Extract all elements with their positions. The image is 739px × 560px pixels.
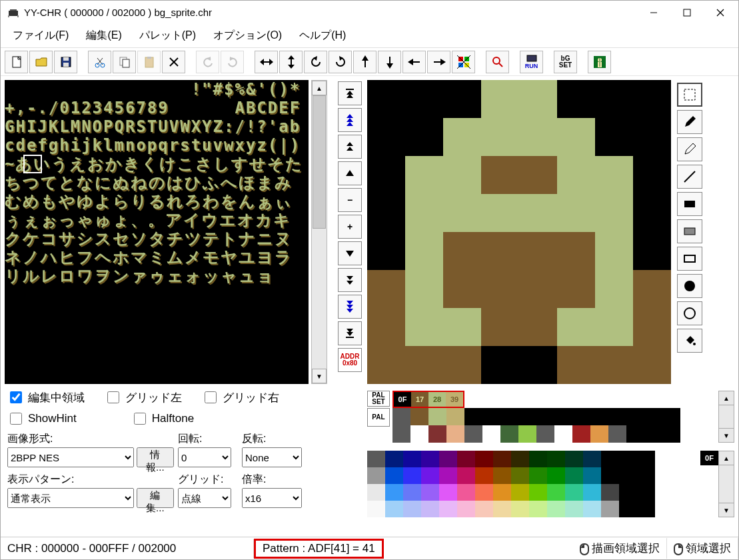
rotate-select[interactable]: 0: [178, 447, 231, 467]
flip-select[interactable]: None: [242, 447, 302, 467]
close-button[interactable]: [704, 2, 737, 23]
run-button[interactable]: RUN: [520, 51, 543, 73]
menu-file[interactable]: ファイル(F): [5, 26, 77, 45]
save-button[interactable]: [54, 51, 77, 73]
mirror-v-button[interactable]: [279, 51, 303, 73]
shift-up-button[interactable]: [353, 51, 376, 73]
format-info-button[interactable]: 情報...: [137, 447, 174, 467]
svg-rect-11: [63, 63, 69, 67]
pattern-select[interactable]: 通常表示: [7, 488, 134, 508]
shift-up3-button[interactable]: [338, 108, 362, 132]
exit-button[interactable]: [588, 51, 611, 73]
zoom-select[interactable]: x16: [242, 488, 302, 508]
menu-palette[interactable]: パレット(P): [131, 26, 204, 45]
pattern-edit-button[interactable]: 編集...: [137, 488, 174, 508]
scroll-thumb[interactable]: [313, 95, 326, 229]
shift-minus-button[interactable]: −: [338, 188, 362, 212]
new-button[interactable]: [5, 51, 28, 73]
mirror-h-button[interactable]: [255, 51, 278, 73]
tile-editor[interactable]: [367, 80, 671, 384]
mouse-right-icon: [674, 543, 683, 555]
menu-option[interactable]: オプション(O): [205, 26, 290, 45]
rect-tool[interactable]: [677, 247, 702, 271]
pattern-label: 表示パターン:: [7, 473, 174, 487]
fullpal-scroll-up-icon[interactable]: ▲: [718, 451, 734, 465]
full-palette-area: 0F ▲ ▼: [367, 451, 734, 517]
rotate-right-button[interactable]: [329, 51, 352, 73]
scroll-up-icon[interactable]: ▲: [312, 81, 327, 95]
palette-scrollbar[interactable]: ▲ ▼: [718, 391, 734, 443]
full-palette-grid[interactable]: [367, 451, 700, 517]
find-button[interactable]: [486, 51, 509, 73]
maximize-button[interactable]: [670, 2, 704, 23]
chr-scrollbar[interactable]: ▲ ▼: [311, 80, 327, 384]
workarea: !"#$%&'()*+,-./0123456789 ABCDEFGHIJKLMN…: [1, 76, 738, 537]
check-showhint[interactable]: ShowHint: [7, 411, 77, 427]
redo-button[interactable]: [221, 51, 244, 73]
undo-button[interactable]: [196, 51, 219, 73]
fill-oval-tool[interactable]: [677, 274, 702, 298]
full-palette-scrollbar[interactable]: ▲ ▼: [718, 451, 734, 517]
format-select[interactable]: 2BPP NES: [7, 447, 134, 467]
minimize-button[interactable]: [637, 2, 670, 23]
palette-area: PAL SET PAL 0F172839 ▲ ▼: [367, 391, 734, 443]
flip-label: 反転:: [242, 432, 309, 446]
fill-rect-tool[interactable]: [677, 192, 702, 216]
copy-button[interactable]: [113, 51, 136, 73]
pal-scroll-up-icon[interactable]: ▲: [718, 391, 734, 405]
check-grid-left[interactable]: グリッド左: [105, 389, 182, 405]
pal-scroll-down-icon[interactable]: ▼: [718, 428, 734, 443]
menu-help[interactable]: ヘルプ(H): [291, 26, 354, 45]
grid-label: グリッド:: [178, 473, 238, 487]
shift-right-button[interactable]: [427, 51, 450, 73]
menu-edit[interactable]: 編集(E): [78, 26, 129, 45]
shift-down-button[interactable]: [378, 51, 401, 73]
pattern-tool[interactable]: [677, 219, 702, 243]
window-title: YY-CHR ( 000000 / 002000 ) bg_sprite.chr: [24, 7, 637, 18]
palset-label[interactable]: PAL SET: [367, 391, 390, 407]
fullpal-scroll-down-icon[interactable]: ▼: [718, 503, 734, 517]
shift-left-button[interactable]: [402, 51, 426, 73]
rotate-left-button[interactable]: [304, 51, 327, 73]
shift-down3-button[interactable]: [338, 295, 362, 319]
svg-rect-3: [17, 15, 19, 17]
bucket-tool[interactable]: [677, 329, 702, 353]
zoom-label: 倍率:: [242, 473, 309, 487]
pal-label[interactable]: PAL: [367, 408, 390, 427]
cut-button[interactable]: [88, 51, 111, 73]
shift-up1-button[interactable]: [338, 161, 362, 185]
chr-bank-view[interactable]: !"#$%&'()*+,-./0123456789 ABCDEFGHIJKLMN…: [5, 80, 309, 384]
titlebar: YY-CHR ( 000000 / 002000 ) bg_sprite.chr: [1, 1, 738, 24]
shift-plus-button[interactable]: +: [338, 215, 362, 239]
shift-bottom-button[interactable]: [338, 321, 362, 345]
palette-grid[interactable]: [392, 408, 716, 443]
clear-button[interactable]: [162, 51, 185, 73]
oval-tool[interactable]: [677, 301, 702, 325]
check-edit-area[interactable]: 編集中領域: [7, 389, 85, 405]
format-label: 画像形式:: [7, 432, 174, 446]
open-button[interactable]: [29, 51, 53, 73]
addr-button[interactable]: ADDR0x80: [338, 348, 362, 372]
sprite-pixels: [367, 80, 671, 384]
shift-top-button[interactable]: [338, 81, 362, 105]
paste-button[interactable]: [137, 51, 161, 73]
marquee-tool[interactable]: [677, 83, 702, 107]
bgset-button[interactable]: bG SET: [554, 51, 577, 73]
shift-down2-button[interactable]: [338, 268, 362, 292]
chr-cursor: [23, 155, 42, 173]
shift-down1-button[interactable]: [338, 241, 362, 265]
svg-point-15: [101, 63, 105, 67]
pencil-tool[interactable]: [677, 110, 702, 134]
brush-tool[interactable]: [677, 137, 702, 161]
check-grid-right[interactable]: グリッド右: [202, 389, 279, 405]
status-right-click: 領域選択: [667, 538, 738, 559]
check-halftone[interactable]: Halftone: [131, 411, 194, 427]
palset-row[interactable]: 0F172839: [392, 391, 464, 408]
status-left-click: 描画領域選択: [573, 538, 667, 559]
menubar: ファイル(F) 編集(E) パレット(P) オプション(O) ヘルプ(H): [1, 24, 738, 48]
palette-tool-button[interactable]: [452, 51, 475, 73]
line-tool[interactable]: [677, 165, 702, 189]
scroll-down-icon[interactable]: ▼: [312, 369, 327, 383]
shift-up2-button[interactable]: [338, 135, 362, 159]
grid-select[interactable]: 点線: [178, 488, 231, 508]
